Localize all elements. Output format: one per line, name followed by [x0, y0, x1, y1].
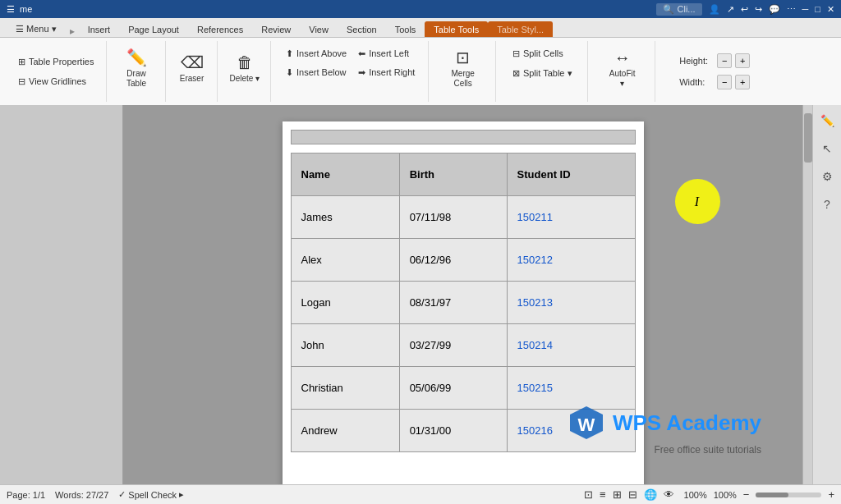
wps-subtitle-label: Free office suite tutorials: [654, 444, 761, 456]
insert-left-button[interactable]: ⬅ Insert Left: [353, 44, 420, 62]
merge-cells-button[interactable]: ⊡ Merge Cells: [442, 44, 485, 92]
document-area: Name Birth Student ID James07/11/9815021…: [0, 105, 841, 484]
account-icon[interactable]: 👤: [709, 4, 720, 15]
filename-label: me: [20, 4, 32, 14]
tab-review[interactable]: Review: [252, 21, 300, 37]
tab-page-layout[interactable]: Page Layout: [119, 21, 188, 37]
eraser-button[interactable]: ⌫ Eraser: [174, 44, 210, 92]
wps-academy-label: WPS Academy: [613, 410, 761, 436]
split-cells-button[interactable]: ⊟ Split Cells: [508, 44, 578, 62]
tab-table-tools[interactable]: Table Tools: [425, 21, 488, 37]
word-count: Words: 27/27: [55, 490, 108, 500]
width-minus-button[interactable]: −: [717, 75, 732, 89]
autofit-label: AutoFit: [609, 69, 636, 79]
layout-icon-1[interactable]: ⊡: [584, 488, 593, 501]
edit-icon[interactable]: ✏️: [818, 112, 837, 130]
doc-page[interactable]: Name Birth Student ID James07/11/9815021…: [123, 105, 802, 484]
autofit-icon: ↔: [614, 48, 631, 67]
cell-name: Alex: [291, 239, 399, 282]
width-label: Width:: [679, 77, 714, 87]
autofit-button[interactable]: ↔ AutoFit ▾: [604, 44, 641, 92]
comment-icon[interactable]: 💬: [769, 4, 780, 15]
insert-right-button[interactable]: ➡ Insert Right: [353, 63, 420, 81]
ribbon: ⊞ Table Properties ⊟ View Gridlines ✏️ D…: [0, 38, 841, 105]
split-cells-icon: ⊟: [512, 48, 520, 59]
cell-id: 150212: [507, 239, 635, 282]
search-box[interactable]: 🔍 Cli...: [656, 3, 701, 16]
status-bar: Page: 1/1 Words: 27/27 ✓ Spell Check ▸ ⊡…: [0, 484, 841, 504]
insert-left-icon: ⬅: [358, 48, 365, 59]
close-button[interactable]: ✕: [827, 4, 834, 15]
cell-birth: 01/31/00: [399, 410, 507, 452]
ribbon-group-merge: ⊡ Merge Cells: [430, 41, 496, 102]
language-icon[interactable]: 🌐: [644, 488, 657, 501]
split-table-arrow: ▾: [568, 68, 572, 79]
tab-references[interactable]: References: [188, 21, 252, 37]
eraser-label: Eraser: [180, 74, 204, 84]
insert-below-button[interactable]: ⬇ Insert Below: [281, 63, 352, 81]
table-header-bar: [291, 130, 636, 144]
minimize-button[interactable]: ─: [802, 4, 809, 14]
insert-column: ⬆ Insert Above ⬇ Insert Below: [281, 44, 352, 81]
spell-check-button[interactable]: ✓ Spell Check ▸: [118, 489, 184, 500]
zoom-in-icon[interactable]: +: [828, 488, 834, 501]
layout-icon-4[interactable]: ⊟: [628, 488, 637, 501]
width-plus-button[interactable]: +: [735, 75, 750, 89]
tab-tools[interactable]: Tools: [386, 21, 425, 37]
left-sidebar: [0, 105, 123, 484]
height-minus-button[interactable]: −: [717, 53, 732, 68]
zoom-slider[interactable]: [756, 493, 821, 497]
app-menu-icon[interactable]: ☰: [7, 4, 15, 15]
view-icon[interactable]: 👁: [664, 488, 674, 501]
view-gridlines-button[interactable]: ⊟ View Gridlines: [13, 72, 91, 90]
gridlines-icon: ⊟: [18, 76, 25, 87]
ribbon-group-eraser: ⌫ Eraser: [168, 41, 218, 102]
split-buttons: ⊟ Split Cells ⊠ Split Table ▾: [508, 44, 578, 82]
zoom-out-icon[interactable]: −: [743, 488, 750, 501]
cell-birth: 05/06/99: [399, 367, 507, 410]
ribbon-group-insert: ⬆ Insert Above ⬇ Insert Below ⬅ Insert L…: [273, 41, 429, 102]
col-header-id: Student ID: [507, 153, 635, 196]
height-plus-button[interactable]: +: [735, 53, 750, 68]
share-icon[interactable]: ↗: [727, 4, 734, 15]
col-header-birth: Birth: [399, 153, 507, 196]
tab-menu[interactable]: ☰ Menu ▾: [7, 21, 66, 37]
more-icon[interactable]: ⋯: [787, 4, 796, 15]
tab-table-style[interactable]: Table Styl...: [488, 21, 553, 37]
scroll-thumb[interactable]: [804, 113, 812, 163]
ribbon-group-dimensions: Height: − + Width: − +: [657, 41, 772, 102]
insert-right-icon: ➡: [358, 67, 365, 78]
cell-name: James: [291, 196, 399, 239]
spell-check-icon: ✓: [118, 489, 126, 500]
cell-id: 150214: [507, 324, 635, 367]
tab-insert[interactable]: Insert: [79, 21, 120, 37]
pointer-icon[interactable]: ↖: [820, 140, 834, 158]
insert-above-icon: ⬆: [286, 48, 293, 59]
split-table-button[interactable]: ⊠ Split Table ▾: [508, 64, 578, 82]
delete-button[interactable]: 🗑 Delete ▾: [226, 44, 264, 92]
ribbon-group-autofit: ↔ AutoFit ▾: [590, 41, 655, 102]
tab-view[interactable]: View: [300, 21, 338, 37]
right-sidebar: ✏️ ↖ ⚙ ?: [812, 105, 841, 484]
layout-icon-2[interactable]: ≡: [600, 488, 606, 501]
cell-birth: 06/12/96: [399, 239, 507, 282]
insert-above-button[interactable]: ⬆ Insert Above: [281, 44, 352, 62]
table-properties-button[interactable]: ⊞ Table Properties: [13, 53, 99, 71]
cell-name: Logan: [291, 282, 399, 324]
tab-section[interactable]: Section: [338, 21, 386, 37]
vertical-scrollbar[interactable]: [802, 105, 812, 484]
cell-birth: 08/31/97: [399, 282, 507, 324]
table-row: Logan08/31/97150213: [291, 282, 635, 324]
page-info: Page: 1/1: [7, 490, 45, 500]
wps-logo: W: [567, 403, 606, 442]
layout-icon-3[interactable]: ⊞: [613, 488, 622, 501]
settings-icon[interactable]: ⚙: [820, 167, 835, 186]
delete-icon: 🗑: [237, 53, 253, 72]
undo-icon[interactable]: ↩: [741, 4, 748, 15]
maximize-button[interactable]: □: [815, 4, 820, 14]
redo-icon[interactable]: ↪: [755, 4, 762, 15]
col-header-name: Name: [291, 153, 399, 196]
draw-table-button[interactable]: ✏️ DrawTable: [118, 44, 154, 92]
insert-column2: ⬅ Insert Left ➡ Insert Right: [353, 44, 420, 81]
help-icon[interactable]: ?: [821, 195, 833, 213]
